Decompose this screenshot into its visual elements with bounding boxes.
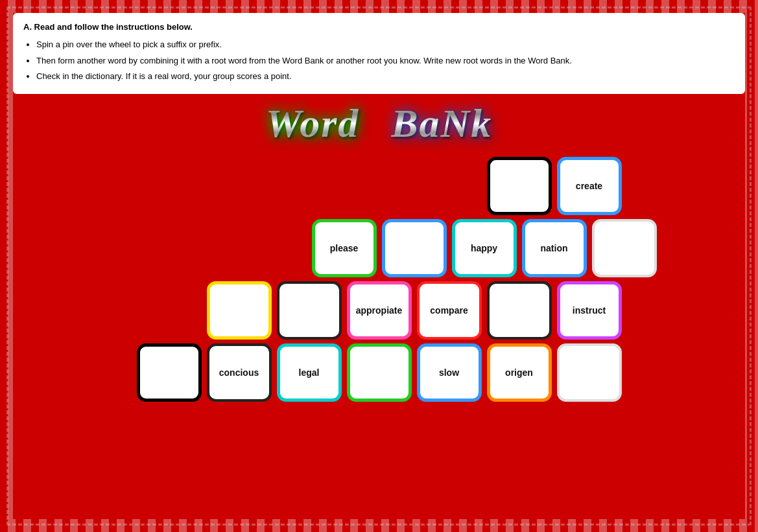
card-r1-c1 bbox=[487, 157, 552, 215]
card-r4-c1 bbox=[137, 343, 202, 402]
card-concious: concious bbox=[207, 343, 272, 402]
card-origen: origen bbox=[487, 343, 552, 402]
wordbank-bank: BaNk bbox=[391, 100, 492, 146]
card-r4-c7 bbox=[557, 343, 622, 402]
card-r4-c4 bbox=[347, 343, 412, 402]
card-r2-c5 bbox=[592, 219, 657, 277]
card-r3-c2 bbox=[277, 281, 342, 340]
instructions-box: A. Read and follow the instructions belo… bbox=[13, 13, 745, 94]
card-r3-c5 bbox=[487, 281, 552, 340]
card-row-3: appropiate compare instruct bbox=[137, 281, 622, 340]
card-instruct: instruct bbox=[557, 281, 622, 340]
card-row-4: concious legal slow origen bbox=[137, 343, 622, 402]
card-please: please bbox=[312, 219, 377, 277]
card-r2-c2 bbox=[382, 219, 447, 277]
wordbank-title-area: Word BaNk bbox=[13, 100, 745, 146]
instruction-3: Check in the dictionary. If it is a real… bbox=[36, 70, 735, 84]
instruction-2: Then form another word by combining it w… bbox=[36, 54, 735, 68]
card-r3-c1 bbox=[207, 281, 272, 340]
card-row-1: create bbox=[137, 157, 622, 215]
instruction-1: Spin a pin over the wheel to pick a suff… bbox=[36, 38, 735, 52]
card-row-2: please happy nation bbox=[102, 219, 657, 277]
instructions-heading: A. Read and follow the instructions belo… bbox=[23, 21, 735, 34]
card-compare: compare bbox=[417, 281, 482, 340]
cards-area: create please happy nation bbox=[13, 157, 745, 402]
card-happy: happy bbox=[452, 219, 517, 277]
card-appropiate: appropiate bbox=[347, 281, 412, 340]
card-slow: slow bbox=[417, 343, 482, 402]
wordbank-word: Word bbox=[266, 100, 360, 146]
card-create: create bbox=[557, 157, 622, 215]
card-legal: legal bbox=[277, 343, 342, 402]
card-nation: nation bbox=[522, 219, 587, 277]
